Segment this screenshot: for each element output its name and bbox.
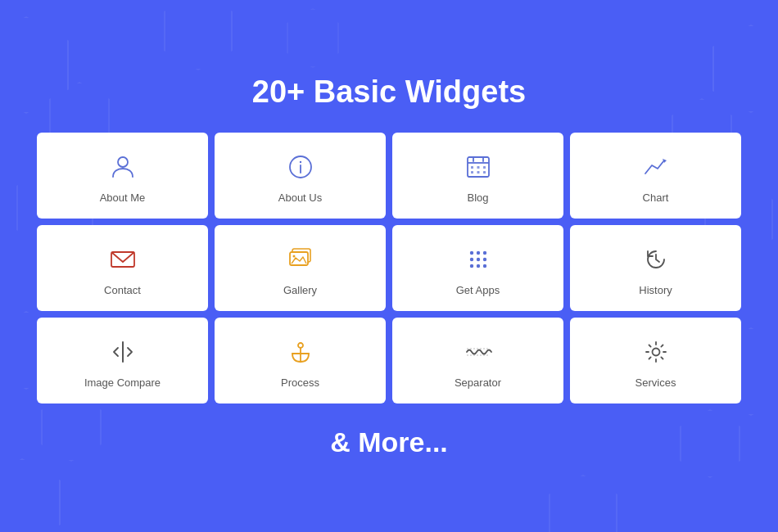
svg-point-25 xyxy=(469,264,473,267)
widget-contact[interactable]: Contact xyxy=(37,225,208,311)
widget-gallery-label: Gallery xyxy=(283,284,317,296)
page-title: 20+ Basic Widgets xyxy=(252,74,526,110)
svg-rect-8 xyxy=(471,166,473,169)
history-clock-icon xyxy=(640,243,672,276)
envelope-icon xyxy=(106,243,139,276)
info-circle-icon xyxy=(284,151,317,183)
wavy-line-icon xyxy=(462,336,495,368)
svg-point-3 xyxy=(299,160,301,162)
svg-rect-9 xyxy=(477,166,479,169)
widget-contact-label: Contact xyxy=(104,284,141,296)
person-icon xyxy=(106,151,139,183)
grid-calendar-icon xyxy=(462,151,495,183)
svg-rect-11 xyxy=(471,171,473,174)
line-chart-icon xyxy=(640,151,672,183)
subtitle: & More... xyxy=(330,426,448,458)
widget-image-compare-label: Image Compare xyxy=(84,376,161,389)
widget-separator-label: Separator xyxy=(455,376,501,389)
widget-services-label: Services xyxy=(636,376,676,389)
svg-point-27 xyxy=(482,264,486,267)
widget-blog-label: Blog xyxy=(467,192,488,204)
svg-point-20 xyxy=(476,250,479,254)
svg-point-23 xyxy=(476,257,479,260)
widgets-grid: About Me About Us xyxy=(37,133,741,404)
widget-history-label: History xyxy=(639,284,672,296)
main-content: 20+ Basic Widgets About Me About Us xyxy=(37,74,741,458)
svg-point-22 xyxy=(469,257,473,260)
anchor-icon xyxy=(284,336,317,368)
widget-gallery[interactable]: Gallery xyxy=(215,225,386,311)
widget-about-me[interactable]: About Me xyxy=(37,133,208,219)
widget-about-me-label: About Me xyxy=(100,192,146,204)
image-stack-icon xyxy=(284,243,317,276)
widget-get-apps-label: Get Apps xyxy=(456,284,500,296)
svg-point-21 xyxy=(482,250,486,254)
widget-separator[interactable]: Separator xyxy=(392,318,563,404)
svg-point-26 xyxy=(476,264,479,267)
svg-rect-13 xyxy=(483,171,486,174)
widget-about-us[interactable]: About Us xyxy=(215,133,386,219)
svg-rect-10 xyxy=(483,166,486,169)
widget-services[interactable]: Services xyxy=(570,318,741,404)
widget-image-compare[interactable]: Image Compare xyxy=(37,318,208,404)
svg-point-19 xyxy=(469,250,473,254)
dots-grid-icon xyxy=(462,243,495,276)
svg-point-18 xyxy=(292,255,295,257)
compare-arrows-icon xyxy=(106,336,139,368)
gear-icon xyxy=(640,336,672,368)
widget-process[interactable]: Process xyxy=(215,318,386,404)
widget-history[interactable]: History xyxy=(570,225,741,311)
svg-point-0 xyxy=(118,157,128,167)
widget-blog[interactable]: Blog xyxy=(392,133,563,219)
widget-chart[interactable]: Chart xyxy=(570,133,741,219)
widget-about-us-label: About Us xyxy=(278,192,322,204)
widget-chart-label: Chart xyxy=(643,192,669,204)
svg-rect-12 xyxy=(477,171,479,174)
svg-point-34 xyxy=(652,348,659,355)
svg-point-24 xyxy=(482,257,486,260)
widget-get-apps[interactable]: Get Apps xyxy=(392,225,563,311)
svg-rect-17 xyxy=(290,252,308,265)
widget-process-label: Process xyxy=(281,376,319,389)
